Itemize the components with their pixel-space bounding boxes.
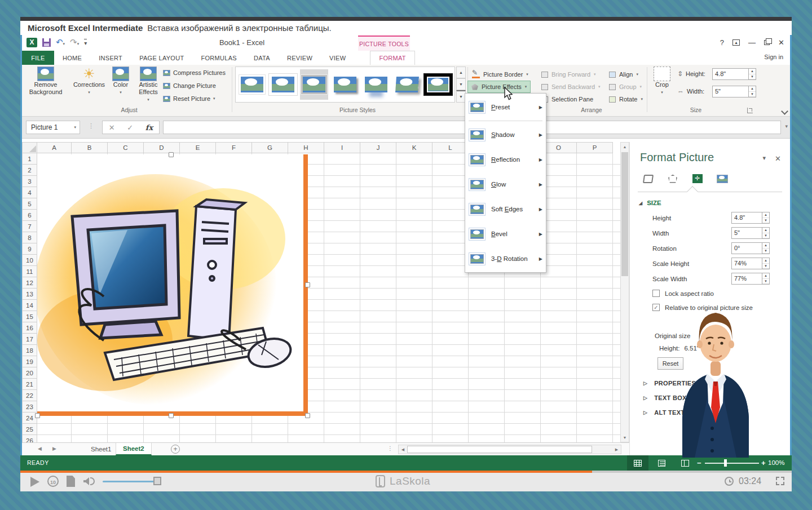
row-header-7[interactable]: 7 <box>22 221 37 232</box>
menu-item-soft-edges[interactable]: Soft Edges▶ <box>465 197 546 221</box>
cancel-icon[interactable]: ✕ <box>109 123 115 132</box>
menu-item-glow[interactable]: Glow▶ <box>465 172 546 197</box>
picture-handle-right[interactable] <box>305 282 310 287</box>
pane-field-input[interactable]: 74%▲▼ <box>731 258 770 269</box>
collapse-ribbon-icon[interactable] <box>781 108 788 115</box>
checkbox-icon[interactable]: ✓ <box>652 304 660 311</box>
view-page-break-button[interactable] <box>674 455 696 471</box>
redo-icon[interactable]: ↷▾ <box>70 37 79 47</box>
row-header-26[interactable]: 26 <box>22 435 37 442</box>
row-header-9[interactable]: 9 <box>22 243 37 255</box>
minimize-button[interactable]: — <box>748 38 756 47</box>
column-header-J[interactable]: J <box>360 142 396 153</box>
row-header-25[interactable]: 25 <box>22 424 37 435</box>
row-header-21[interactable]: 21 <box>22 379 37 390</box>
volume-slider-handle[interactable] <box>153 477 161 485</box>
menu-item-shadow[interactable]: Shadow▶ <box>465 122 546 147</box>
column-header-P[interactable]: P <box>577 142 613 153</box>
picture-handle-bottom[interactable] <box>169 413 174 418</box>
scroll-down-icon[interactable]: ▼ <box>621 433 629 442</box>
close-button[interactable]: ✕ <box>778 38 784 47</box>
row-header-13[interactable]: 13 <box>22 289 37 300</box>
row-header-2[interactable]: 2 <box>22 165 37 176</box>
row-header-11[interactable]: 11 <box>22 266 37 277</box>
name-box[interactable]: Picture 1 ▾ <box>26 121 80 134</box>
reset-picture-button[interactable]: Reset Picture ▾ <box>163 95 215 102</box>
compress-pictures-button[interactable]: Compress Pictures <box>163 69 226 76</box>
sheet-tab-sheet2[interactable]: Sheet2 <box>116 443 152 455</box>
artistic-effects-button[interactable]: Artistic Effects ▾ <box>134 66 163 103</box>
row-header-3[interactable]: 3 <box>22 176 37 187</box>
column-header-A[interactable]: A <box>37 142 72 153</box>
volume-icon[interactable] <box>83 477 89 485</box>
pane-checkbox-lock-aspect-ratio[interactable]: Lock aspect ratio <box>652 290 714 297</box>
width-up-icon[interactable]: ▲ <box>749 86 756 92</box>
column-header-D[interactable]: D <box>144 142 180 153</box>
menu-item-bevel[interactable]: Bevel▶ <box>465 221 546 246</box>
zoom-level[interactable]: 100% <box>768 459 784 466</box>
pane-field-input[interactable]: 4.8"▲▼ <box>731 212 770 224</box>
picture-effects-button[interactable]: Picture Effects ▾ <box>467 81 531 93</box>
picture-handle-bottom-left[interactable] <box>35 413 40 418</box>
width-down-icon[interactable]: ▼ <box>749 92 756 97</box>
pane-field-input[interactable]: 0°▲▼ <box>731 242 770 254</box>
row-header-12[interactable]: 12 <box>22 277 37 289</box>
row-header-5[interactable]: 5 <box>22 198 37 210</box>
row-header-23[interactable]: 23 <box>22 401 37 413</box>
gallery-up-icon[interactable]: ▲ <box>456 66 466 78</box>
spin-up-icon[interactable]: ▲ <box>762 243 769 249</box>
column-header-H[interactable]: H <box>288 142 324 153</box>
spin-down-icon[interactable]: ▼ <box>762 249 769 254</box>
gallery-down-icon[interactable]: ▼ <box>456 78 466 90</box>
fullscreen-icon[interactable] <box>776 477 784 485</box>
spin-down-icon[interactable]: ▼ <box>762 218 769 224</box>
scroll-right-icon[interactable]: ▶ <box>612 445 621 454</box>
scroll-up-icon[interactable]: ▲ <box>621 143 629 151</box>
help-button[interactable]: ? <box>720 38 724 47</box>
spin-down-icon[interactable]: ▼ <box>762 233 769 239</box>
spin-down-icon[interactable]: ▼ <box>762 279 769 285</box>
spin-up-icon[interactable]: ▲ <box>762 273 769 279</box>
new-sheet-button[interactable]: + <box>171 445 180 454</box>
picture-border-button[interactable]: Picture Border ▾ <box>469 68 532 81</box>
row-header-22[interactable]: 22 <box>22 390 37 401</box>
zoom-slider[interactable] <box>705 463 759 464</box>
row-header-20[interactable]: 20 <box>22 367 37 379</box>
spin-down-icon[interactable]: ▼ <box>762 264 769 269</box>
row-header-4[interactable]: 4 <box>22 187 37 198</box>
row-header-15[interactable]: 15 <box>22 311 37 322</box>
sheet-next-icon[interactable]: ▶ <box>52 446 56 451</box>
shape-height-input[interactable]: 4.8" ▲▼ <box>712 68 756 80</box>
corrections-button[interactable]: ☀ Corrections ▾ <box>72 66 107 96</box>
column-header-K[interactable]: K <box>396 142 433 153</box>
height-down-icon[interactable]: ▼ <box>749 74 756 80</box>
column-header-E[interactable]: E <box>180 142 216 153</box>
inserted-picture[interactable] <box>37 154 308 416</box>
insert-function-icon[interactable]: fx <box>145 123 153 132</box>
menu-item-reflection[interactable]: Reflection▶ <box>465 147 546 172</box>
tab-insert[interactable]: INSERT <box>90 51 131 65</box>
rotate-button[interactable]: Rotate ▾ <box>606 93 646 105</box>
zoom-slider-handle[interactable] <box>724 459 727 467</box>
picture-style-5[interactable] <box>362 69 390 100</box>
row-header-17[interactable]: 17 <box>22 334 37 345</box>
picture-style-1[interactable] <box>238 69 266 100</box>
picture-handle-bottom-right[interactable] <box>305 413 310 418</box>
selection-pane-button[interactable]: Selection Pane <box>538 93 597 105</box>
restore-button[interactable] <box>764 40 770 45</box>
group-button[interactable]: Group ▾ <box>606 81 645 93</box>
volume-slider[interactable] <box>103 481 159 482</box>
size-section-header[interactable]: ◢ SIZE <box>639 199 661 206</box>
height-up-icon[interactable]: ▲ <box>749 69 756 74</box>
ribbon-display-button[interactable]: ▴ <box>732 39 740 46</box>
tab-view[interactable]: VIEW <box>321 51 354 65</box>
row-header-10[interactable]: 10 <box>22 255 37 266</box>
remove-background-button[interactable]: Remove Background <box>30 66 61 96</box>
tab-review[interactable]: REVIEW <box>279 51 321 65</box>
send-backward-button[interactable]: Send Backward ▾ <box>538 81 604 93</box>
spin-up-icon[interactable]: ▲ <box>762 228 769 233</box>
spin-up-icon[interactable]: ▲ <box>762 258 769 264</box>
sign-in-link[interactable]: Sign in <box>764 54 783 60</box>
color-button[interactable]: Color ▾ <box>110 66 131 96</box>
fill-line-icon[interactable] <box>641 172 655 185</box>
